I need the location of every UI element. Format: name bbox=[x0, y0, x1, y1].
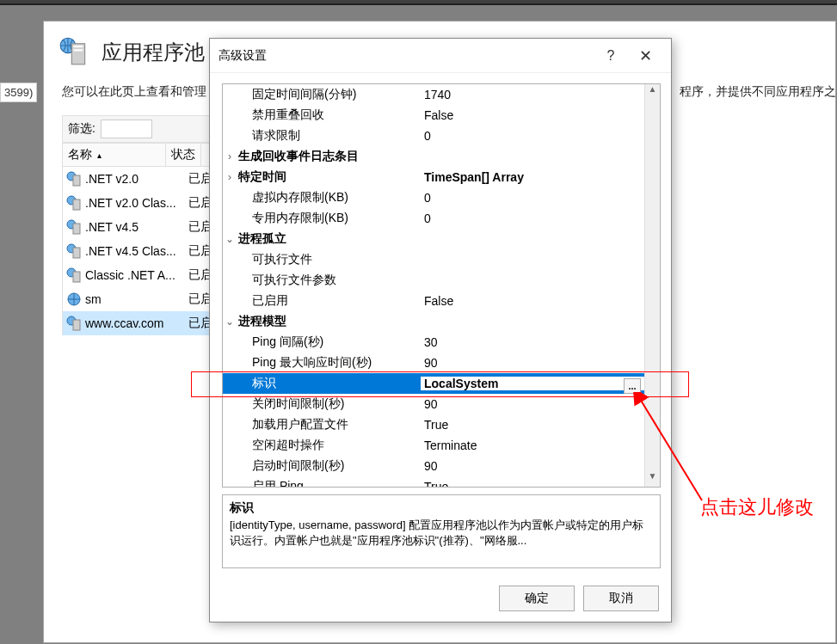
page-description-right: 程序，并提供不同应用程序之 bbox=[680, 84, 836, 100]
pool-icon bbox=[66, 316, 82, 331]
property-value: 0 bbox=[421, 212, 644, 225]
property-value: 0 bbox=[421, 129, 644, 143]
property-key: 生成回收事件日志条目 bbox=[237, 149, 421, 164]
scrollbar[interactable]: ▲ ▼ bbox=[644, 84, 660, 487]
pool-name: .NET v2.0 bbox=[85, 172, 188, 186]
svg-rect-11 bbox=[73, 248, 80, 258]
annotation-text: 点击这儿修改 bbox=[700, 493, 814, 521]
property-description-box: 标识 [identityType, username, password] 配置… bbox=[222, 494, 661, 568]
property-key: 禁用重叠回收 bbox=[237, 107, 421, 123]
column-state[interactable]: 状态 bbox=[166, 144, 201, 166]
property-row[interactable]: ›生成回收事件日志条目 bbox=[223, 146, 644, 167]
column-name[interactable]: 名称▴ bbox=[63, 144, 166, 166]
pool-name: .NET v4.5 bbox=[85, 220, 188, 234]
property-key: 已启用 bbox=[237, 293, 421, 309]
property-row[interactable]: 启用 PingTrue bbox=[223, 476, 644, 488]
property-row[interactable]: 可执行文件 bbox=[223, 249, 644, 270]
property-key: 可执行文件参数 bbox=[237, 273, 421, 288]
pool-name: .NET v2.0 Clas... bbox=[85, 196, 188, 210]
property-value: False bbox=[421, 108, 644, 122]
scroll-down-icon[interactable]: ▼ bbox=[645, 471, 660, 487]
property-key: 启动时间限制(秒) bbox=[237, 458, 421, 474]
property-value: 90 bbox=[421, 459, 644, 473]
property-value: Terminate bbox=[421, 439, 644, 452]
help-button[interactable]: ? bbox=[594, 48, 628, 64]
property-row[interactable]: 标识LocalSystem... bbox=[223, 373, 644, 394]
property-key: 进程孤立 bbox=[237, 231, 421, 247]
property-key: 固定时间间隔(分钟) bbox=[237, 87, 421, 102]
property-row[interactable]: 关闭时间限制(秒)90 bbox=[223, 394, 644, 414]
property-row[interactable]: ⌄进程模型 bbox=[223, 311, 644, 332]
property-row[interactable]: 虚拟内存限制(KB)0 bbox=[223, 187, 644, 208]
expand-icon[interactable]: ⌄ bbox=[223, 316, 237, 328]
property-row[interactable]: 可执行文件参数 bbox=[223, 270, 644, 291]
property-description-name: 标识 bbox=[230, 500, 653, 516]
property-row[interactable]: 禁用重叠回收False bbox=[223, 105, 644, 126]
pool-icon bbox=[66, 171, 82, 187]
svg-rect-5 bbox=[73, 175, 80, 186]
filter-input[interactable] bbox=[101, 120, 152, 138]
property-value: 1740 bbox=[421, 88, 644, 101]
property-value: False bbox=[421, 294, 644, 308]
property-row[interactable]: 专用内存限制(KB)0 bbox=[223, 208, 644, 229]
expand-icon[interactable]: ⌄ bbox=[223, 233, 237, 245]
property-key: 启用 Ping bbox=[237, 479, 421, 488]
pool-icon bbox=[66, 219, 82, 235]
pool-icon bbox=[66, 195, 82, 211]
property-value: 90 bbox=[421, 356, 644, 370]
property-row[interactable]: 空闲超时操作Terminate bbox=[223, 435, 644, 456]
svg-rect-13 bbox=[73, 272, 80, 282]
property-grid[interactable]: 固定时间间隔(分钟)1740禁用重叠回收False请求限制0›生成回收事件日志条… bbox=[222, 83, 661, 488]
cancel-button[interactable]: 取消 bbox=[583, 586, 659, 611]
property-key: 关闭时间限制(秒) bbox=[237, 396, 421, 412]
left-truncated-label: 3599) bbox=[0, 83, 37, 102]
expand-icon[interactable]: › bbox=[223, 171, 237, 183]
close-button[interactable]: ✕ bbox=[628, 46, 662, 65]
property-key: Ping 间隔(秒) bbox=[237, 334, 421, 350]
property-row[interactable]: ⌄进程孤立 bbox=[223, 229, 644, 249]
svg-rect-2 bbox=[74, 46, 83, 47]
property-value: 30 bbox=[421, 335, 644, 349]
property-value: 90 bbox=[421, 397, 644, 411]
svg-rect-16 bbox=[73, 320, 80, 330]
pool-name: sm bbox=[85, 292, 188, 306]
advanced-settings-dialog: 高级设置 ? ✕ 固定时间间隔(分钟)1740禁用重叠回收False请求限制0›… bbox=[209, 38, 672, 623]
svg-rect-7 bbox=[73, 199, 80, 210]
scroll-up-icon[interactable]: ▲ bbox=[645, 84, 660, 100]
ellipsis-button[interactable]: ... bbox=[624, 378, 641, 394]
property-row[interactable]: 加载用户配置文件True bbox=[223, 414, 644, 435]
svg-rect-9 bbox=[73, 224, 80, 234]
pool-name: www.ccav.com bbox=[85, 316, 188, 330]
svg-rect-3 bbox=[74, 49, 83, 51]
sort-asc-icon: ▴ bbox=[97, 150, 102, 160]
ok-button[interactable]: 确定 bbox=[499, 586, 575, 611]
property-value: LocalSystem... bbox=[421, 377, 644, 390]
property-value: 0 bbox=[421, 191, 644, 205]
pool-icon bbox=[66, 243, 82, 259]
property-key: 请求限制 bbox=[237, 128, 421, 144]
expand-icon[interactable]: › bbox=[223, 150, 237, 163]
property-row[interactable]: ›特定时间TimeSpan[] Array bbox=[223, 167, 644, 187]
property-key: 虚拟内存限制(KB) bbox=[237, 190, 421, 205]
pool-icon bbox=[66, 291, 82, 307]
pool-name: Classic .NET A... bbox=[85, 268, 188, 282]
property-row[interactable]: 启动时间限制(秒)90 bbox=[223, 456, 644, 476]
dialog-titlebar[interactable]: 高级设置 ? ✕ bbox=[210, 39, 671, 73]
property-row[interactable]: 固定时间间隔(分钟)1740 bbox=[223, 84, 644, 105]
property-key: 标识 bbox=[237, 376, 421, 391]
property-value: True bbox=[421, 480, 644, 488]
property-description-text: [identityType, username, password] 配置应用程… bbox=[230, 518, 653, 549]
property-row[interactable]: 请求限制0 bbox=[223, 126, 644, 146]
filter-label: 筛选: bbox=[68, 121, 95, 137]
property-row[interactable]: Ping 间隔(秒)30 bbox=[223, 332, 644, 353]
property-key: 特定时间 bbox=[237, 169, 421, 185]
dialog-title: 高级设置 bbox=[218, 48, 594, 64]
property-key: 进程模型 bbox=[237, 314, 421, 329]
property-value: TimeSpan[] Array bbox=[421, 170, 644, 184]
property-value: True bbox=[421, 418, 644, 432]
property-row[interactable]: 已启用False bbox=[223, 291, 644, 311]
property-key: 空闲超时操作 bbox=[237, 438, 421, 453]
page-description-left: 您可以在此页上查看和管理 bbox=[62, 84, 206, 100]
property-row[interactable]: Ping 最大响应时间(秒)90 bbox=[223, 353, 644, 373]
property-key: Ping 最大响应时间(秒) bbox=[237, 355, 421, 371]
